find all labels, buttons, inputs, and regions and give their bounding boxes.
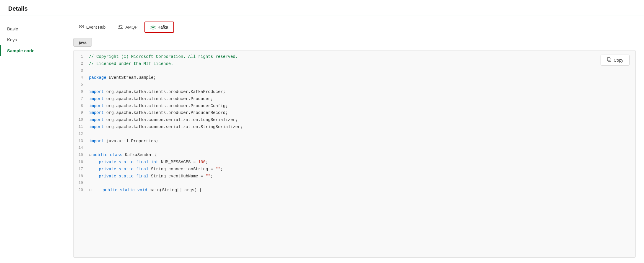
- tab-kafka[interactable]: Kafka: [144, 22, 174, 33]
- svg-point-5: [152, 25, 153, 26]
- line-number: 2: [78, 61, 89, 67]
- line-number: 12: [78, 131, 89, 137]
- tab-event-hub-label: Event Hub: [86, 25, 105, 30]
- line-number: 7: [78, 96, 89, 102]
- svg-rect-3: [82, 27, 84, 28]
- svg-line-13: [151, 27, 152, 27]
- line-content: [89, 81, 631, 89]
- tab-amqp-label: AMQP: [125, 25, 137, 30]
- line-content: [89, 131, 631, 138]
- code-line: 4package EventStream.Sample;: [74, 74, 635, 81]
- line-content: import org.apache.kafka.clients.producer…: [89, 89, 631, 96]
- line-content: private static final String eventHubName…: [89, 173, 631, 180]
- sidebar-item-sample-code[interactable]: Sample code: [0, 45, 65, 56]
- code-line: 13import java.util.Properties;: [74, 138, 635, 145]
- line-content: // Copyright (c) Microsoft Corporation. …: [89, 53, 631, 61]
- line-number: 19: [78, 180, 89, 186]
- fold-icon[interactable]: ⊟: [89, 188, 91, 192]
- line-content: import org.apache.kafka.common.serializa…: [89, 117, 631, 124]
- code-line: 3: [74, 68, 635, 75]
- code-line: 18 private static final String eventHubN…: [74, 173, 635, 180]
- line-number: 8: [78, 103, 89, 109]
- content-area: Event Hub AMQP: [65, 16, 644, 263]
- line-content: [89, 68, 631, 75]
- tab-kafka-label: Kafka: [158, 25, 168, 30]
- line-number: 14: [78, 145, 89, 151]
- sidebar-item-basic[interactable]: Basic: [0, 23, 65, 34]
- page-container: Details Basic Keys Sample code: [0, 0, 644, 263]
- line-number: 11: [78, 124, 89, 130]
- language-selector: java: [73, 38, 636, 47]
- line-content: [89, 145, 631, 152]
- code-line: 19: [74, 180, 635, 187]
- code-block: 1// Copyright (c) Microsoft Corporation.…: [74, 50, 635, 197]
- line-number: 15: [78, 152, 89, 158]
- svg-line-16: [154, 27, 155, 27]
- code-line: 5: [74, 81, 635, 89]
- line-number: 6: [78, 89, 89, 95]
- svg-point-9: [150, 28, 151, 29]
- copy-icon: [607, 57, 612, 63]
- code-line: 20⊟ public static void main(String[] arg…: [74, 187, 635, 194]
- line-number: 5: [78, 81, 89, 88]
- sidebar: Basic Keys Sample code: [0, 16, 65, 263]
- copy-label: Copy: [614, 58, 623, 63]
- code-line: 6import org.apache.kafka.clients.produce…: [74, 89, 635, 96]
- line-number: 10: [78, 117, 89, 123]
- line-number: 1: [78, 53, 89, 60]
- lang-btn-java[interactable]: java: [73, 38, 92, 47]
- main-layout: Basic Keys Sample code: [0, 16, 644, 263]
- line-content: import org.apache.kafka.common.serializa…: [89, 124, 631, 131]
- line-number: 18: [78, 173, 89, 179]
- line-number: 4: [78, 74, 89, 81]
- protocol-tabs: Event Hub AMQP: [73, 22, 636, 33]
- svg-point-6: [152, 29, 153, 30]
- snowflake-icon: [150, 24, 156, 30]
- code-line: 15⊟public class KafkaSender {: [74, 152, 635, 159]
- sidebar-item-label-basic: Basic: [7, 26, 18, 31]
- line-number: 13: [78, 138, 89, 144]
- line-number: 17: [78, 166, 89, 172]
- svg-point-8: [155, 26, 155, 27]
- code-line: 11import org.apache.kafka.common.seriali…: [74, 124, 635, 131]
- code-line: 2// Licensed under the MIT License.: [74, 61, 635, 68]
- sidebar-item-label-keys: Keys: [7, 37, 17, 42]
- svg-rect-0: [79, 25, 81, 26]
- line-content: import org.apache.kafka.clients.producer…: [89, 110, 631, 117]
- line-content: import java.util.Properties;: [89, 138, 631, 145]
- line-number: 20: [78, 187, 89, 193]
- code-line: 8import org.apache.kafka.clients.produce…: [74, 103, 635, 110]
- sidebar-item-label-sample-code: Sample code: [7, 48, 35, 53]
- svg-rect-18: [607, 58, 610, 61]
- svg-line-15: [151, 27, 152, 28]
- code-line: 1// Copyright (c) Microsoft Corporation.…: [74, 53, 635, 61]
- code-line: 17 private static final String connectio…: [74, 166, 635, 173]
- svg-point-10: [155, 28, 155, 29]
- fold-icon[interactable]: ⊟: [89, 153, 91, 157]
- grid-icon: [79, 24, 84, 30]
- line-number: 3: [78, 68, 89, 74]
- code-line: 12: [74, 131, 635, 138]
- code-line: 16 private static final int NUM_MESSAGES…: [74, 159, 635, 166]
- line-content: [89, 180, 631, 187]
- svg-point-7: [150, 26, 151, 27]
- page-title: Details: [8, 5, 28, 16]
- svg-point-4: [152, 27, 154, 28]
- svg-rect-2: [79, 27, 81, 28]
- line-content: ⊟ public static void main(String[] args)…: [89, 187, 631, 194]
- copy-button[interactable]: Copy: [601, 55, 630, 66]
- code-line: 10import org.apache.kafka.common.seriali…: [74, 117, 635, 124]
- line-content: import org.apache.kafka.clients.producer…: [89, 96, 631, 103]
- svg-rect-1: [82, 25, 84, 26]
- line-content: // Licensed under the MIT License.: [89, 61, 631, 68]
- page-header: Details: [0, 0, 644, 16]
- line-number: 9: [78, 110, 89, 116]
- sidebar-item-keys[interactable]: Keys: [0, 34, 65, 45]
- tab-event-hub[interactable]: Event Hub: [73, 22, 111, 32]
- line-content: private static final int NUM_MESSAGES = …: [89, 159, 631, 166]
- code-line: 7import org.apache.kafka.clients.produce…: [74, 96, 635, 103]
- line-content: ⊟public class KafkaSender {: [89, 152, 631, 159]
- link-icon: [118, 24, 123, 30]
- tab-amqp[interactable]: AMQP: [112, 22, 143, 32]
- code-line: 14: [74, 145, 635, 152]
